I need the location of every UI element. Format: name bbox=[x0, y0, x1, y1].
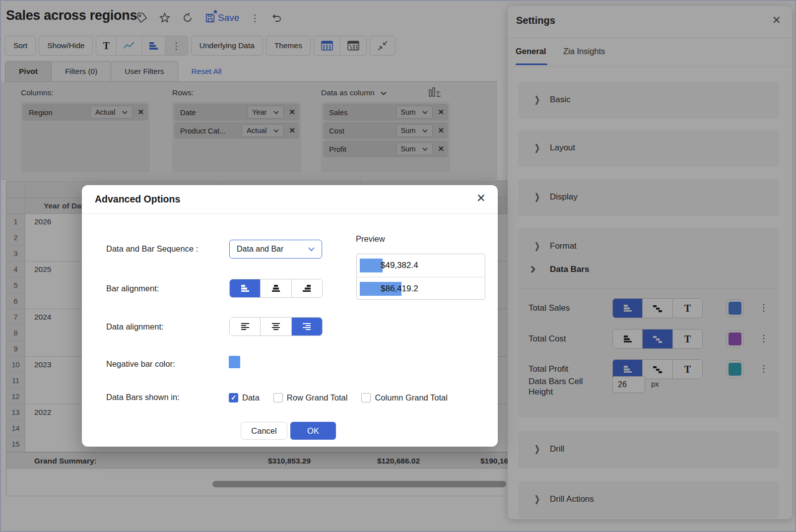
bar-align-left-button[interactable] bbox=[230, 279, 260, 297]
preview-row: $86,419.2 bbox=[357, 277, 485, 300]
shown-in-label: Data Bars shown in: bbox=[106, 393, 180, 402]
preview-bar bbox=[360, 259, 383, 272]
bars-right-icon bbox=[301, 284, 312, 293]
cancel-button[interactable]: Cancel bbox=[241, 422, 287, 440]
data-alignment-group bbox=[229, 317, 323, 336]
checkbox-row-grand-total[interactable]: Row Grand Total bbox=[273, 393, 348, 402]
bar-alignment-group bbox=[229, 279, 323, 298]
preview-label: Preview bbox=[356, 234, 385, 244]
app-window: Sales across regions * bbox=[0, 0, 796, 532]
bar-alignment-label: Bar alignment: bbox=[106, 284, 159, 293]
align-right-icon bbox=[301, 323, 312, 331]
bar-align-right-button[interactable] bbox=[291, 279, 322, 297]
align-center-icon bbox=[270, 323, 281, 331]
bar-align-center-button[interactable] bbox=[260, 279, 291, 297]
dialog-title: Advanced Options bbox=[95, 194, 180, 205]
data-align-center-button[interactable] bbox=[260, 318, 291, 335]
negative-bar-color-label: Negative bar color: bbox=[106, 359, 175, 369]
bars-center-icon bbox=[270, 284, 281, 293]
sequence-label: Data and Bar Sequence : bbox=[106, 244, 198, 254]
align-left-icon bbox=[240, 323, 251, 331]
divider bbox=[82, 213, 498, 214]
data-align-right-button[interactable] bbox=[291, 318, 322, 335]
negative-bar-color-swatch[interactable] bbox=[229, 356, 240, 368]
chevron-down-icon bbox=[308, 247, 315, 251]
checkbox-data[interactable]: Data bbox=[229, 393, 260, 402]
advanced-options-dialog: Advanced Options ✕ Data and Bar Sequence… bbox=[82, 185, 498, 447]
sequence-dropdown[interactable]: Data and Bar bbox=[229, 240, 322, 259]
checkbox-checked-icon bbox=[229, 393, 238, 402]
ok-button[interactable]: OK bbox=[290, 422, 336, 440]
data-align-left-button[interactable] bbox=[230, 318, 260, 335]
data-alignment-label: Data alignment: bbox=[106, 322, 164, 332]
checkbox-unchecked-icon bbox=[361, 393, 371, 402]
checkbox-unchecked-icon bbox=[273, 393, 283, 402]
close-icon[interactable]: ✕ bbox=[476, 193, 486, 204]
preview-row: $49,382.4 bbox=[357, 254, 485, 277]
shown-in-options: Data Row Grand Total Column Grand Total bbox=[229, 393, 448, 402]
preview-box: $49,382.4 $86,419.2 bbox=[356, 254, 485, 300]
bars-left-icon bbox=[240, 284, 251, 293]
checkbox-column-grand-total[interactable]: Column Grand Total bbox=[361, 393, 447, 402]
